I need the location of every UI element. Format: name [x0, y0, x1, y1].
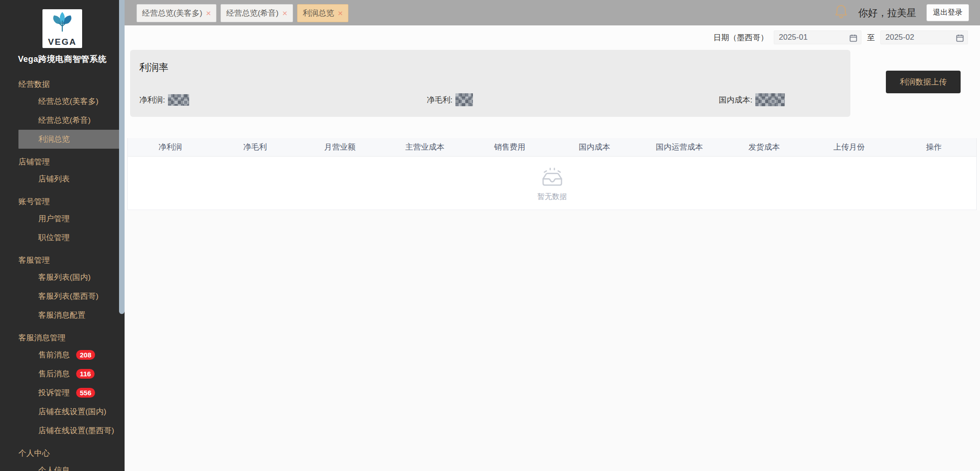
- sidebar-item[interactable]: 售后消息116: [18, 364, 120, 383]
- table-column-header: 销售费用: [467, 138, 552, 156]
- main-area: 经营总览(美客多)×经营总览(希音)×利润总览× 你好，拉美星 退出登录 日期（…: [125, 0, 980, 471]
- tab-close-icon[interactable]: ×: [338, 9, 343, 18]
- sidebar-item[interactable]: 经营总览(美客多): [18, 92, 120, 111]
- table-empty-state: 暂无数据: [128, 157, 976, 210]
- sidebar-item[interactable]: 店铺在线设置(墨西哥): [18, 421, 120, 440]
- sidebar-item-label: 售后消息: [38, 368, 70, 379]
- date-separator: 至: [867, 32, 875, 43]
- sidebar-item[interactable]: 职位管理: [18, 228, 120, 247]
- tab-bar: 经营总览(美客多)×经营总览(希音)×利润总览×: [137, 4, 348, 22]
- content-upper: 日期（墨西哥） 至: [125, 25, 980, 211]
- bell-icon[interactable]: [834, 4, 848, 21]
- user-area: 你好，拉美星 退出登录: [834, 4, 969, 21]
- tab-active[interactable]: 利润总览×: [297, 4, 348, 22]
- sidebar-section: 个人中心个人信息: [0, 446, 125, 471]
- sidebar-item-label: 投诉管理: [38, 387, 70, 398]
- date-start-input[interactable]: [774, 33, 843, 42]
- table-column-header: 国内成本: [552, 138, 637, 156]
- sidebar-section-title: 经营数据: [0, 77, 125, 92]
- date-filter-row: 日期（墨西哥） 至: [125, 25, 980, 49]
- redacted-value: [168, 94, 189, 106]
- sidebar-section: 账号管理用户管理职位管理: [0, 194, 125, 247]
- tab-label: 经营总览(美客多): [142, 8, 202, 18]
- sidebar-item-label: 职位管理: [38, 232, 70, 243]
- sidebar-item[interactable]: 客服列表(国内): [18, 268, 120, 287]
- sidebar-item-label: 店铺在线设置(国内): [38, 406, 106, 417]
- profit-stat: 净毛利:: [427, 93, 719, 106]
- sidebar-item-label: 经营总览(希音): [38, 115, 90, 126]
- sidebar-menu: 经营数据经营总览(美客多)经营总览(希音)利润总览店铺管理店铺列表账号管理用户管…: [0, 77, 125, 471]
- tab-item[interactable]: 经营总览(美客多)×: [137, 4, 216, 22]
- sidebar-section-title: 店铺管理: [0, 154, 125, 169]
- stat-label: 国内成本:: [719, 95, 753, 105]
- sidebar: VEGA Vega跨境电商智管系统 经营数据经营总览(美客多)经营总览(希音)利…: [0, 0, 125, 471]
- sidebar-item-label: 客服列表(国内): [38, 272, 90, 283]
- profit-table: 净利润净毛利月营业额主营业成本销售费用国内成本国内运营成本发货成本上传月份操作 …: [127, 138, 977, 210]
- date-end-input[interactable]: [881, 33, 950, 42]
- sidebar-section-title: 账号管理: [0, 194, 125, 209]
- sidebar-item-label: 售前消息: [38, 350, 70, 360]
- date-end-picker[interactable]: [880, 30, 968, 44]
- sidebar-section: 经营数据经营总览(美客多)经营总览(希音)利润总览: [0, 77, 125, 149]
- panel-title: 利润率: [139, 61, 841, 74]
- tab-label: 利润总览: [303, 8, 334, 18]
- sidebar-item[interactable]: 个人信息: [18, 461, 120, 471]
- sidebar-item[interactable]: 售前消息208: [18, 345, 120, 364]
- sidebar-item[interactable]: 投诉管理556: [18, 383, 120, 402]
- topbar: 经营总览(美客多)×经营总览(希音)×利润总览× 你好，拉美星 退出登录: [125, 0, 980, 25]
- calendar-icon[interactable]: [849, 34, 857, 44]
- unread-count-badge: 556: [76, 388, 95, 398]
- date-range-label: 日期（墨西哥）: [713, 32, 768, 43]
- stat-label: 净毛利:: [427, 95, 453, 105]
- date-start-picker[interactable]: [774, 30, 861, 44]
- user-greeting: 你好，拉美星: [858, 6, 916, 19]
- sidebar-item-label: 客服消息配置: [38, 310, 85, 320]
- calendar-icon[interactable]: [956, 34, 964, 44]
- table-column-header: 发货成本: [722, 138, 807, 156]
- profit-stats: 净利润:净毛利:国内成本:: [139, 93, 841, 106]
- unread-count-badge: 208: [76, 350, 95, 360]
- table-column-header: 国内运营成本: [637, 138, 722, 156]
- sidebar-section: 店铺管理店铺列表: [0, 154, 125, 188]
- table-header-row: 净利润净毛利月营业额主营业成本销售费用国内成本国内运营成本发货成本上传月份操作: [128, 138, 976, 157]
- logo-text: VEGA: [48, 37, 77, 46]
- sidebar-item-label: 店铺在线设置(墨西哥): [38, 425, 114, 436]
- table-column-header: 主营业成本: [382, 138, 467, 156]
- plant-logo-icon: [49, 12, 75, 37]
- redacted-value: [455, 93, 473, 106]
- tab-close-icon[interactable]: ×: [282, 9, 287, 18]
- page-background: [125, 211, 980, 471]
- stat-label: 净利润:: [139, 95, 165, 105]
- profit-rate-panel: 利润率 净利润:净毛利:国内成本:: [130, 50, 850, 117]
- tab-label: 经营总览(希音): [226, 8, 278, 18]
- sidebar-scrollbar[interactable]: [119, 0, 125, 314]
- table-column-header: 净毛利: [213, 138, 298, 156]
- sidebar-item[interactable]: 利润总览: [18, 130, 120, 149]
- app-title: Vega跨境电商智管系统: [0, 54, 125, 65]
- tab-item[interactable]: 经营总览(希音)×: [221, 4, 293, 22]
- profit-upload-button[interactable]: 利润数据上传: [886, 71, 961, 93]
- profit-stat: 净利润:: [139, 93, 427, 106]
- sidebar-section: 客服管理客服列表(国内)客服列表(墨西哥)客服消息配置: [0, 253, 125, 325]
- sidebar-item[interactable]: 经营总览(希音): [18, 111, 120, 130]
- sidebar-item[interactable]: 店铺在线设置(国内): [18, 402, 120, 421]
- table-column-header: 操作: [891, 138, 976, 156]
- table-column-header: 上传月份: [807, 138, 891, 156]
- sidebar-item[interactable]: 店铺列表: [18, 169, 120, 188]
- logo: VEGA: [42, 9, 82, 48]
- logout-button[interactable]: 退出登录: [926, 4, 969, 21]
- table-column-header: 月营业额: [298, 138, 382, 156]
- sidebar-item[interactable]: 用户管理: [18, 209, 120, 228]
- sidebar-item-label: 店铺列表: [38, 174, 70, 184]
- empty-text: 暂无数据: [538, 192, 567, 202]
- redacted-value: [755, 93, 785, 106]
- sidebar-section-title: 客服管理: [0, 253, 125, 268]
- unread-count-badge: 116: [76, 369, 95, 379]
- sidebar-section-title: 个人中心: [0, 446, 125, 461]
- tab-close-icon[interactable]: ×: [206, 9, 211, 18]
- empty-inbox-icon: [539, 165, 566, 189]
- sidebar-item[interactable]: 客服列表(墨西哥): [18, 287, 120, 306]
- sidebar-item[interactable]: 客服消息配置: [18, 306, 120, 325]
- sidebar-section: 客服消息管理售前消息208售后消息116投诉管理556店铺在线设置(国内)店铺在…: [0, 330, 125, 440]
- sidebar-item-label: 个人信息: [38, 465, 70, 471]
